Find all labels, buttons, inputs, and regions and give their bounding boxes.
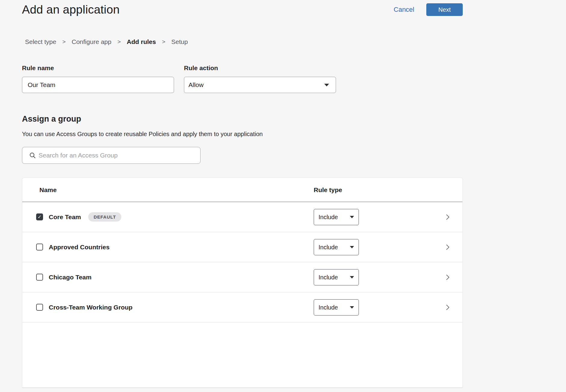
rule-name-input[interactable] xyxy=(22,77,174,93)
chevron-down-icon xyxy=(350,246,354,248)
group-row: ✓ Core Team DEFAULT Include xyxy=(22,202,462,232)
add-application-page: Add an application Cancel Next Select ty… xyxy=(0,0,566,392)
rule-type-selected-value: Include xyxy=(319,274,338,281)
group-name: Cross-Team Working Group xyxy=(49,304,132,311)
rule-form: Rule name Rule action Allow xyxy=(22,64,566,93)
assign-group-heading: Assign a group xyxy=(22,114,566,124)
rule-type-select[interactable]: Include xyxy=(314,299,359,316)
rule-action-select[interactable]: Allow xyxy=(184,77,336,93)
next-button[interactable]: Next xyxy=(426,3,463,16)
group-row: ✓ Approved Countries Include xyxy=(22,232,462,262)
rule-type-select[interactable]: Include xyxy=(314,269,359,285)
chevron-right-icon[interactable] xyxy=(444,304,449,310)
chevron-down-icon xyxy=(350,276,354,278)
breadcrumb-step-configure-app[interactable]: Configure app xyxy=(72,38,111,46)
table-header-row: Name Rule type xyxy=(22,178,462,202)
breadcrumb: Select type > Configure app > Add rules … xyxy=(25,38,566,46)
group-checkbox[interactable]: ✓ xyxy=(36,244,43,250)
column-header-name: Name xyxy=(39,186,57,194)
chevron-down-icon xyxy=(350,216,354,218)
breadcrumb-step-select-type[interactable]: Select type xyxy=(25,38,56,46)
chevron-down-icon xyxy=(350,306,354,309)
group-checkbox[interactable]: ✓ xyxy=(36,304,43,311)
chevron-down-icon xyxy=(324,84,329,86)
rule-name-field-group: Rule name xyxy=(22,64,174,93)
rule-action-label: Rule action xyxy=(184,64,336,72)
column-header-rule-type: Rule type xyxy=(314,186,342,194)
cancel-button[interactable]: Cancel xyxy=(394,6,414,14)
group-row: ✓ Chicago Team Include xyxy=(22,262,462,292)
breadcrumb-step-add-rules[interactable]: Add rules xyxy=(127,38,156,46)
breadcrumb-step-setup[interactable]: Setup xyxy=(171,38,188,46)
access-group-search-input[interactable] xyxy=(22,147,201,164)
group-checkbox[interactable]: ✓ xyxy=(36,213,43,220)
rule-type-select[interactable]: Include xyxy=(314,239,359,255)
chevron-right-icon[interactable] xyxy=(444,244,449,250)
rule-name-label: Rule name xyxy=(22,64,174,72)
breadcrumb-separator: > xyxy=(62,38,66,46)
rule-type-selected-value: Include xyxy=(319,244,338,251)
group-checkbox[interactable]: ✓ xyxy=(36,274,43,281)
rule-action-field-group: Rule action Allow xyxy=(184,64,336,93)
assign-group-description: You can use Access Groups to create reus… xyxy=(22,130,566,138)
breadcrumb-separator: > xyxy=(162,38,165,46)
chevron-right-icon[interactable] xyxy=(444,274,449,280)
rule-type-selected-value: Include xyxy=(319,214,338,221)
checkmark-icon: ✓ xyxy=(38,215,42,219)
rule-action-selected-value: Allow xyxy=(188,81,204,89)
group-name: Chicago Team xyxy=(49,274,92,281)
page-title: Add an application xyxy=(22,2,120,17)
access-groups-table: Name Rule type ✓ Core Team DEFAULT Inclu… xyxy=(22,178,463,388)
group-row: ✓ Cross-Team Working Group Include xyxy=(22,292,462,322)
default-badge: DEFAULT xyxy=(88,212,121,222)
group-table-body: ✓ Core Team DEFAULT Include ✓ Approved C… xyxy=(22,202,462,322)
top-bar-actions: Cancel Next xyxy=(394,3,463,16)
top-bar: Add an application Cancel Next xyxy=(0,0,566,17)
chevron-right-icon[interactable] xyxy=(444,214,449,219)
rule-type-select[interactable]: Include xyxy=(314,209,359,225)
breadcrumb-separator: > xyxy=(117,38,121,46)
group-name: Core Team xyxy=(49,213,81,221)
access-group-search xyxy=(22,147,201,164)
group-name: Approved Countries xyxy=(49,244,110,251)
table-footer-spacer xyxy=(22,322,462,387)
rule-type-selected-value: Include xyxy=(319,304,338,311)
